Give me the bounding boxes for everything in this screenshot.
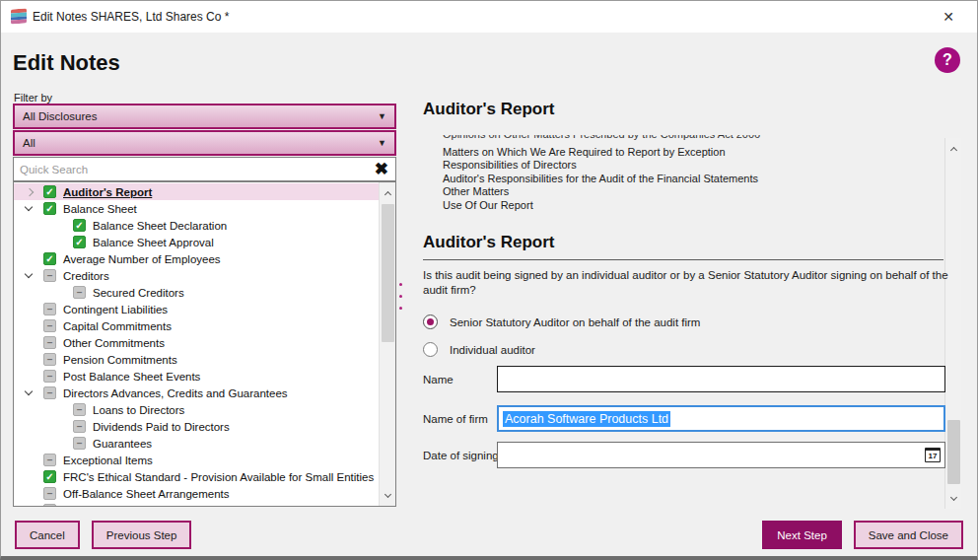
tree-item[interactable]: –Capital Commitments (14, 317, 379, 334)
note-excluded-icon[interactable]: – (73, 403, 86, 416)
scroll-up-icon[interactable] (945, 140, 962, 157)
tree-expander[interactable] (26, 391, 43, 394)
tree-item[interactable]: –Post Balance Sheet Events (14, 368, 379, 385)
quick-search-box: ✖ (13, 157, 396, 181)
type-dropdown-value: All (23, 137, 35, 149)
note-excluded-icon[interactable]: – (73, 437, 86, 450)
tree-item[interactable]: –Loans to Directors (14, 401, 379, 418)
chevron-down-icon[interactable]: ▼ (378, 111, 386, 121)
tree-item[interactable]: –Guarantees (14, 435, 379, 452)
calendar-icon[interactable]: 17 (925, 448, 941, 462)
tree-item[interactable]: –Creditors (14, 267, 379, 284)
tree-item[interactable]: ✓FRC's Ethical Standard - Provision Avai… (14, 468, 379, 485)
name-input[interactable] (497, 366, 945, 392)
note-excluded-icon[interactable]: – (43, 303, 56, 315)
note-excluded-icon[interactable]: – (43, 454, 56, 466)
app-icon (11, 8, 27, 24)
radio-option[interactable]: Individual auditor (423, 342, 700, 357)
tree-item[interactable]: –Secured Creditors (14, 284, 379, 301)
note-excluded-icon[interactable]: – (43, 386, 56, 399)
tree-item-label: Creditors (63, 270, 109, 282)
clear-search-icon[interactable]: ✖ (368, 161, 395, 177)
auditor-type-radio-group: Senior Statutory Auditor on behalf of th… (423, 315, 700, 370)
tree-item[interactable]: ✓Balance Sheet (14, 200, 379, 217)
scrollbar-thumb[interactable] (382, 204, 394, 342)
note-excluded-icon[interactable]: – (43, 353, 56, 366)
tree-item-label: Dividends Paid to Directors (93, 421, 230, 433)
chevron-down-icon[interactable]: ▼ (378, 138, 386, 148)
cancel-button[interactable]: Cancel (15, 521, 80, 549)
search-input[interactable] (14, 164, 368, 175)
tree-item[interactable]: –Contingent Liabilities (14, 301, 379, 317)
note-included-icon[interactable]: ✓ (43, 202, 56, 215)
note-included-icon[interactable]: ✓ (43, 470, 56, 483)
note-excluded-icon[interactable]: – (43, 504, 56, 507)
tree-item[interactable]: –Dividends Paid to Directors (14, 418, 379, 435)
note-excluded-icon[interactable]: – (73, 286, 86, 299)
panel-splitter-handle[interactable] (399, 283, 403, 318)
note-included-icon[interactable]: ✓ (43, 185, 56, 198)
save-and-close-button[interactable]: Save and Close (854, 521, 963, 549)
radio-label: Individual auditor (450, 344, 535, 356)
chevron-down-icon[interactable] (25, 387, 33, 395)
tree-item-label: Guarantees (93, 438, 152, 450)
tree-item[interactable]: ✓Balance Sheet Approval (14, 234, 379, 250)
previous-step-button[interactable]: Previous Step (92, 521, 192, 549)
tree-item-label: Other Commitments (63, 337, 165, 349)
radio-unselected-icon[interactable] (423, 342, 438, 357)
note-excluded-icon[interactable]: – (43, 319, 56, 332)
footer-left-buttons: CancelPrevious Step (15, 521, 191, 549)
tree-item-label: Off-Balance Sheet Arrangements (63, 488, 230, 500)
tree-item[interactable]: –Additional Disclosures - Micro Entity (14, 502, 379, 507)
name-of-firm-input[interactable]: Acorah Software Products Ltd (497, 405, 945, 432)
tree-item[interactable]: ✓Auditor's Report (14, 183, 379, 200)
edit-notes-dialog: Edit Notes SHARES, Ltd Shares Co * ✕ Edi… (0, 0, 978, 560)
scroll-down-icon[interactable] (380, 487, 396, 504)
tree-item[interactable]: –Exceptional Items (14, 452, 379, 468)
tree-scrollbar[interactable] (379, 182, 395, 506)
section-divider (423, 259, 943, 260)
selected-text: Acorah Software Products Ltd (503, 411, 670, 427)
tree-expander[interactable] (26, 189, 43, 195)
name-of-firm-label: Name of firm (423, 413, 488, 425)
chevron-right-icon[interactable] (26, 187, 34, 195)
close-icon[interactable]: ✕ (932, 5, 965, 29)
tree-item[interactable]: –Off-Balance Sheet Arrangements (14, 485, 379, 502)
tree-item[interactable]: –Pension Commitments (14, 351, 379, 368)
note-excluded-icon[interactable]: – (43, 370, 56, 383)
scrollbar-thumb[interactable] (947, 420, 960, 484)
title-bar: Edit Notes SHARES, Ltd Shares Co * ✕ (1, 1, 977, 33)
note-excluded-icon[interactable]: – (43, 336, 56, 349)
type-dropdown[interactable]: All ▼ (13, 130, 396, 156)
note-excluded-icon[interactable]: – (43, 269, 56, 282)
note-excluded-icon[interactable]: – (43, 487, 56, 500)
note-excluded-icon[interactable]: – (73, 420, 86, 433)
help-icon[interactable]: ? (935, 47, 960, 73)
tree-item[interactable]: –Other Commitments (14, 334, 379, 351)
tree-item-label: Directors Advances, Credits and Guarante… (63, 387, 288, 399)
tree-item-label: Post Balance Sheet Events (63, 371, 200, 383)
disclosures-dropdown[interactable]: All Disclosures ▼ (13, 104, 396, 129)
tree-item[interactable]: ✓Average Number of Employees (14, 250, 379, 267)
note-included-icon[interactable]: ✓ (73, 236, 86, 248)
tree-expander[interactable] (26, 274, 43, 277)
scroll-down-icon[interactable] (945, 490, 962, 507)
radio-selected-icon[interactable] (423, 315, 438, 329)
chevron-down-icon[interactable] (25, 203, 33, 211)
tree-item[interactable]: ✓Balance Sheet Declaration (14, 217, 379, 234)
tree-item-label: Additional Disclosures - Micro Entity (63, 505, 244, 508)
detail-scrollbar[interactable] (944, 138, 961, 509)
scroll-up-icon[interactable] (380, 184, 396, 201)
note-included-icon[interactable]: ✓ (73, 219, 86, 232)
tree-expander[interactable] (26, 207, 43, 210)
note-included-icon[interactable]: ✓ (43, 252, 56, 265)
report-section-item: Auditor's Responsibilities for the Audit… (443, 173, 758, 185)
report-sections-list: Matters on Which We Are Required to Repo… (443, 146, 758, 212)
radio-option[interactable]: Senior Statutory Auditor on behalf of th… (423, 315, 700, 329)
chevron-down-icon[interactable] (25, 270, 33, 278)
date-of-signing-input[interactable]: 17 (497, 442, 945, 468)
tree-item-label: Secured Creditors (93, 287, 184, 299)
tree-item[interactable]: –Directors Advances, Credits and Guarant… (14, 385, 379, 401)
tree-item-label: Exceptional Items (63, 455, 153, 466)
next-step-button[interactable]: Next Step (762, 521, 842, 549)
